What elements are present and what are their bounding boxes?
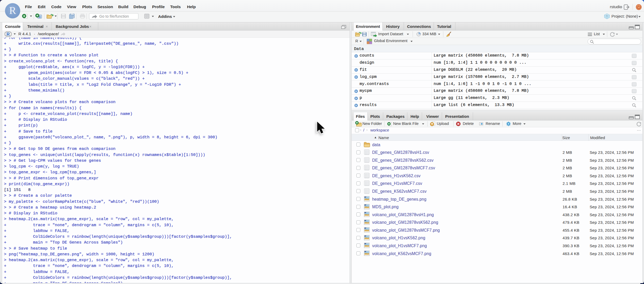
svg-text:R: R [7, 32, 10, 37]
svg-text:R: R [606, 14, 608, 17]
